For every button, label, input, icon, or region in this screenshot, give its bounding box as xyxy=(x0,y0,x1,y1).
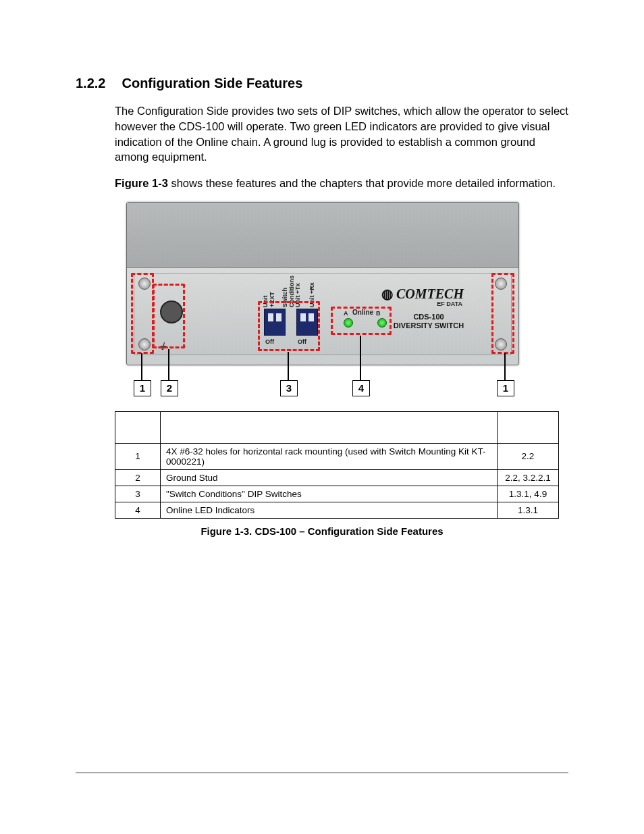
figure-ref-rest: shows these features and the chapters th… xyxy=(168,177,556,189)
brand-globe-icon: ◍ xyxy=(381,286,396,301)
table-header-blank3 xyxy=(498,411,559,443)
callout-box-2 xyxy=(153,284,185,348)
device-top-label-strip xyxy=(127,203,518,268)
footer-rule xyxy=(76,773,568,773)
cell-ref: 1.3.1, 4.9 xyxy=(498,486,559,502)
callout-num-2: 2 xyxy=(161,380,178,396)
figure-ref-bold: Figure 1-3 xyxy=(115,177,168,189)
paragraph-1: The Configuration Side provides two sets… xyxy=(115,103,568,165)
cell-ref: 2.2 xyxy=(498,443,559,469)
table-header-blank1 xyxy=(115,411,161,443)
cell-feature: "Switch Conditions" DIP Switches xyxy=(161,486,498,502)
figure-container: ⏚ Off Off Unit +EXT Switch Conditions Un… xyxy=(126,202,518,402)
model-line2: DIVERSITY SWITCH xyxy=(388,321,469,330)
cell-idx: 4 xyxy=(115,502,161,518)
callout-box-1-left xyxy=(131,273,154,354)
callout-box-4 xyxy=(331,307,392,335)
feature-table: 1 4X #6-32 holes for horizontal rack mou… xyxy=(115,411,559,519)
cell-idx: 3 xyxy=(115,486,161,502)
section-title: Configuration Side Features xyxy=(122,76,302,91)
callout-num-1l: 1 xyxy=(134,380,151,396)
cell-idx: 2 xyxy=(115,469,161,486)
cell-ref: 2.2, 3.2.2.1 xyxy=(498,469,559,486)
pointer-line-2 xyxy=(168,349,169,380)
table-row: 3 "Switch Conditions" DIP Switches 1.3.1… xyxy=(115,486,559,502)
table-row: 4 Online LED Indicators 1.3.1 xyxy=(115,502,559,518)
pointer-line-1r xyxy=(504,353,506,380)
brand-text: COMTECH xyxy=(396,286,464,301)
section-body: The Configuration Side provides two sets… xyxy=(115,103,568,191)
callout-box-1-right xyxy=(491,273,514,354)
device-front-plate: ⏚ Off Off Unit +EXT Switch Conditions Un… xyxy=(134,273,512,355)
pointer-line-3 xyxy=(288,352,289,380)
table-header-row xyxy=(115,411,559,443)
section-heading: 1.2.2 Configuration Side Features xyxy=(76,76,568,91)
cell-feature: 4X #6-32 holes for horizontal rack mount… xyxy=(161,443,498,469)
pointer-line-1l xyxy=(141,353,142,380)
page: 1.2.2 Configuration Side Features The Co… xyxy=(0,0,644,834)
brand-logo: ◍ COMTECH xyxy=(381,286,464,302)
model-block: CDS-100 DIVERSITY SWITCH xyxy=(388,313,469,330)
figure-caption: Figure 1-3. CDS-100 – Configuration Side… xyxy=(76,525,568,537)
table-row: 1 4X #6-32 holes for horizontal rack mou… xyxy=(115,443,559,469)
brand-sub: EF DATA xyxy=(437,301,462,307)
section-number: 1.2.2 xyxy=(76,76,105,91)
callout-num-4: 4 xyxy=(352,380,370,396)
callout-num-3: 3 xyxy=(280,380,298,396)
table-header-blank2 xyxy=(161,411,498,443)
figure-reference-line: Figure 1-3 shows these features and the … xyxy=(115,176,568,191)
table-row: 2 Ground Stud 2.2, 3.2.2.1 xyxy=(115,469,559,486)
pointer-line-4 xyxy=(360,336,361,380)
callout-box-3 xyxy=(258,301,320,351)
model-line1: CDS-100 xyxy=(388,313,469,321)
cell-idx: 1 xyxy=(115,443,161,469)
device-photo: ⏚ Off Off Unit +EXT Switch Conditions Un… xyxy=(126,202,519,365)
callout-num-1r: 1 xyxy=(497,380,514,396)
cell-feature: Online LED Indicators xyxy=(161,502,498,518)
cell-feature: Ground Stud xyxy=(161,469,498,486)
cell-ref: 1.3.1 xyxy=(498,502,559,518)
